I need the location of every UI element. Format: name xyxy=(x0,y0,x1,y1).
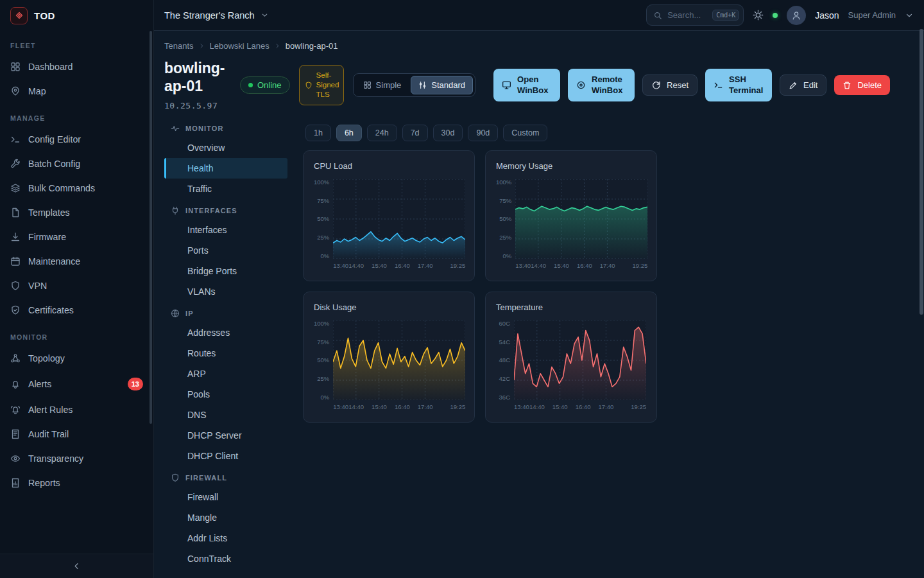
subnav-item-pools[interactable]: Pools xyxy=(164,384,287,405)
subnav-item-firewall[interactable]: Firewall xyxy=(164,487,287,507)
sidebar-item-bulk-commands[interactable]: Bulk Commands xyxy=(0,176,153,200)
subnav-item-addresses[interactable]: Addresses xyxy=(164,322,287,343)
subnav-item-health[interactable]: Health xyxy=(164,158,287,179)
sidebar-item-reports[interactable]: Reports xyxy=(0,471,153,495)
sidebar-collapse-button[interactable] xyxy=(65,559,88,574)
plug-icon xyxy=(171,206,180,215)
sidebar-item-audit-trail[interactable]: Audit Trail xyxy=(0,422,153,446)
ssh-terminal-button[interactable]: SSH Terminal xyxy=(705,69,772,102)
sidebar-item-topology[interactable]: Topology xyxy=(0,346,153,371)
sidebar-item-firmware[interactable]: Firmware xyxy=(0,225,153,249)
sidebar-nav: FleetDashboardMapManageConfig EditorBatc… xyxy=(0,31,153,554)
sidebar-item-label: Audit Trail xyxy=(28,429,69,439)
search-box[interactable]: Cmd+K xyxy=(646,4,744,26)
calendar-icon xyxy=(10,256,21,267)
tenant-selector[interactable]: The Stranger's Ranch xyxy=(164,10,269,21)
sidebar-section-label-monitor: Monitor xyxy=(0,322,153,346)
app-logo[interactable]: TOD xyxy=(0,0,153,31)
sidebar-item-alert-rules[interactable]: Alert Rules xyxy=(0,398,153,422)
sidebar-item-maintenance[interactable]: Maintenance xyxy=(0,249,153,274)
sidebar-item-alerts[interactable]: Alerts13 xyxy=(0,371,153,398)
x-tick-label: 17:40 xyxy=(418,403,433,410)
mode-standard-button[interactable]: Standard xyxy=(411,76,473,94)
chart-title: Memory Usage xyxy=(496,161,646,171)
sidebar-scrollbar[interactable] xyxy=(150,31,152,424)
chart-card-temperature: Temperature60C54C48C42C36C13:4014:4015:4… xyxy=(485,292,657,423)
x-tick-label: 16:40 xyxy=(577,262,592,269)
sidebar-section-label-fleet: Fleet xyxy=(0,31,153,55)
time-range-6h[interactable]: 6h xyxy=(336,125,362,141)
y-tick-label: 48C xyxy=(499,357,510,363)
sidebar-item-label: Reports xyxy=(28,478,60,488)
chart-x-axis: 13:4014:4015:4016:4017:4019:25 xyxy=(333,262,465,270)
time-range-selector: 1h6h24h7d30d90dCustom xyxy=(305,125,657,141)
page-scrollbar[interactable] xyxy=(920,29,923,315)
open-winbox-button[interactable]: Open WinBox xyxy=(493,69,560,102)
chart-card-disk-usage: Disk Usage100%75%50%25%0%13:4014:4015:40… xyxy=(303,292,475,423)
breadcrumb-item-tenants[interactable]: Tenants xyxy=(164,41,194,51)
y-tick-label: 25% xyxy=(499,234,511,241)
subnav-item-ports[interactable]: Ports xyxy=(164,240,287,261)
x-tick-label: 19:25 xyxy=(450,262,466,269)
chart-y-axis: 60C54C48C42C36C xyxy=(496,320,514,400)
y-tick-label: 100% xyxy=(314,179,329,186)
y-tick-label: 25% xyxy=(317,234,329,241)
refresh-icon xyxy=(651,80,661,90)
time-range-7d[interactable]: 7d xyxy=(402,125,428,141)
y-tick-label: 60C xyxy=(499,320,510,327)
subnav-item-arp[interactable]: ARP xyxy=(164,363,287,384)
subnav-item-routes[interactable]: Routes xyxy=(164,343,287,363)
subnav-item-addr-lists[interactable]: Addr Lists xyxy=(164,528,287,548)
subnav-item-dhcp-server[interactable]: DHCP Server xyxy=(164,425,287,446)
sidebar-item-config-editor[interactable]: Config Editor xyxy=(0,127,153,152)
sidebar-item-map[interactable]: Map xyxy=(0,79,153,103)
trash-icon xyxy=(843,81,851,90)
subnav-item-overview[interactable]: Overview xyxy=(164,137,287,158)
theme-toggle-button[interactable] xyxy=(753,10,764,21)
edit-button[interactable]: Edit xyxy=(780,74,826,96)
sidebar-footer xyxy=(0,554,153,578)
sidebar-item-label: Firmware xyxy=(28,232,66,242)
subnav-item-dns[interactable]: DNS xyxy=(164,405,287,425)
subnav-item-conntrack[interactable]: ConnTrack xyxy=(164,548,287,569)
terminal-icon xyxy=(10,134,21,144)
chart-x-axis: 13:4014:4015:4016:4017:4019:25 xyxy=(515,262,647,270)
subnav-item-interfaces[interactable]: Interfaces xyxy=(164,220,287,240)
time-range-90d[interactable]: 90d xyxy=(468,125,498,141)
x-tick-label: 17:40 xyxy=(598,403,613,410)
subnav-item-traffic[interactable]: Traffic xyxy=(164,179,287,199)
breadcrumb: TenantsLebowski Lanesbowling-ap-01 xyxy=(164,41,924,51)
time-range-custom[interactable]: Custom xyxy=(503,125,547,141)
chart-title: Temperature xyxy=(496,302,646,312)
user-menu-chevron-icon[interactable] xyxy=(905,11,914,20)
sidebar-item-label: Alert Rules xyxy=(28,405,73,415)
bell-ring-icon xyxy=(10,405,21,415)
search-input[interactable] xyxy=(667,10,707,20)
mode-simple-button[interactable]: Simple xyxy=(355,76,409,94)
sidebar-item-dashboard[interactable]: Dashboard xyxy=(0,55,153,79)
subnav-item-vlans[interactable]: VLANs xyxy=(164,281,287,302)
remote-winbox-button[interactable]: Remote WinBox xyxy=(568,69,635,102)
time-range-30d[interactable]: 30d xyxy=(433,125,463,141)
subnav-item-dhcp-client[interactable]: DHCP Client xyxy=(164,446,287,466)
avatar[interactable] xyxy=(787,6,806,25)
sidebar-item-label: Bulk Commands xyxy=(28,183,95,193)
time-range-24h[interactable]: 24h xyxy=(367,125,397,141)
sidebar-item-templates[interactable]: Templates xyxy=(0,200,153,225)
sidebar-item-transparency[interactable]: Transparency xyxy=(0,446,153,471)
sidebar-item-vpn[interactable]: VPN xyxy=(0,274,153,298)
sidebar-item-certificates[interactable]: Certificates xyxy=(0,298,153,322)
sidebar-item-batch-config[interactable]: Batch Config xyxy=(0,152,153,176)
breadcrumb-item-lebowski-lanes[interactable]: Lebowski Lanes xyxy=(210,41,270,51)
content-body: MonitorOverviewHealthTrafficInterfacesIn… xyxy=(164,117,924,569)
time-range-1h[interactable]: 1h xyxy=(305,125,331,141)
sidebar-item-label: Map xyxy=(28,86,46,96)
subnav-item-mangle[interactable]: Mangle xyxy=(164,507,287,528)
search-shortcut-badge: Cmd+K xyxy=(712,10,739,21)
activity-icon xyxy=(171,124,180,133)
subnav-item-bridge-ports[interactable]: Bridge Ports xyxy=(164,261,287,281)
x-tick-label: 16:40 xyxy=(576,403,591,410)
reset-button[interactable]: Reset xyxy=(642,74,697,96)
view-mode-toggle: Simple Standard xyxy=(353,73,476,97)
delete-button[interactable]: Delete xyxy=(834,75,890,95)
